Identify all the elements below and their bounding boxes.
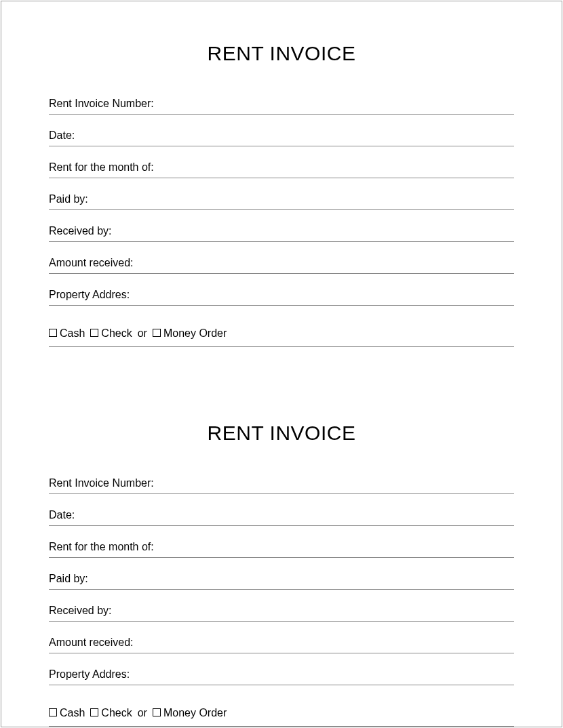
payment-money-order-label: Money Order <box>163 707 227 719</box>
label-invoice-number: Rent Invoice Number: <box>49 98 154 109</box>
payment-check-option: Check <box>90 327 132 340</box>
checkbox-icon[interactable] <box>153 329 161 337</box>
payment-cash-label: Cash <box>60 707 85 719</box>
payment-money-order-option: Money Order <box>153 327 227 340</box>
label-address: Property Addres: <box>49 289 130 300</box>
label-invoice-number: Rent Invoice Number: <box>49 477 154 489</box>
label-date: Date: <box>49 509 75 521</box>
checkbox-icon[interactable] <box>90 329 98 337</box>
label-address: Property Addres: <box>49 668 130 680</box>
payment-money-order-option: Money Order <box>153 707 227 719</box>
payment-check-option: Check <box>90 707 132 719</box>
field-paid-by: Paid by: <box>49 573 514 590</box>
field-amount: Amount received: <box>49 636 514 653</box>
field-date: Date: <box>49 509 514 526</box>
payment-check-label: Check <box>101 707 132 719</box>
label-received-by: Received by: <box>49 605 112 616</box>
document-page: RENT INVOICE Rent Invoice Number: Date: … <box>1 1 562 727</box>
invoice-title: RENT INVOICE <box>49 42 514 65</box>
invoice-block-2: RENT INVOICE Rent Invoice Number: Date: … <box>49 422 514 727</box>
label-month: Rent for the month of: <box>49 161 154 173</box>
invoice-title: RENT INVOICE <box>49 422 514 445</box>
payment-method-row: Cash Check or Money Order <box>49 321 514 347</box>
label-month: Rent for the month of: <box>49 541 154 552</box>
payment-cash-option: Cash <box>49 327 85 340</box>
checkbox-icon[interactable] <box>49 708 57 716</box>
payment-cash-option: Cash <box>49 707 85 719</box>
label-amount: Amount received: <box>49 257 134 268</box>
payment-method-row: Cash Check or Money Order <box>49 700 514 727</box>
label-received-by: Received by: <box>49 225 112 237</box>
payment-cash-label: Cash <box>60 327 85 340</box>
payment-or-text: or <box>138 327 147 340</box>
field-paid-by: Paid by: <box>49 193 514 210</box>
field-month: Rent for the month of: <box>49 161 514 178</box>
field-invoice-number: Rent Invoice Number: <box>49 477 514 494</box>
payment-money-order-label: Money Order <box>163 327 227 340</box>
checkbox-icon[interactable] <box>49 329 57 337</box>
field-received-by: Received by: <box>49 605 514 622</box>
label-paid-by: Paid by: <box>49 573 88 584</box>
field-received-by: Received by: <box>49 225 514 242</box>
label-amount: Amount received: <box>49 636 134 648</box>
field-amount: Amount received: <box>49 257 514 274</box>
invoice-block-1: RENT INVOICE Rent Invoice Number: Date: … <box>49 42 514 347</box>
label-paid-by: Paid by: <box>49 193 88 205</box>
field-date: Date: <box>49 129 514 146</box>
label-date: Date: <box>49 129 75 141</box>
field-invoice-number: Rent Invoice Number: <box>49 98 514 115</box>
payment-check-label: Check <box>101 327 132 340</box>
field-address: Property Addres: <box>49 668 514 685</box>
payment-or-text: or <box>138 707 147 719</box>
field-month: Rent for the month of: <box>49 541 514 558</box>
checkbox-icon[interactable] <box>153 708 161 716</box>
checkbox-icon[interactable] <box>90 708 98 716</box>
field-address: Property Addres: <box>49 289 514 306</box>
